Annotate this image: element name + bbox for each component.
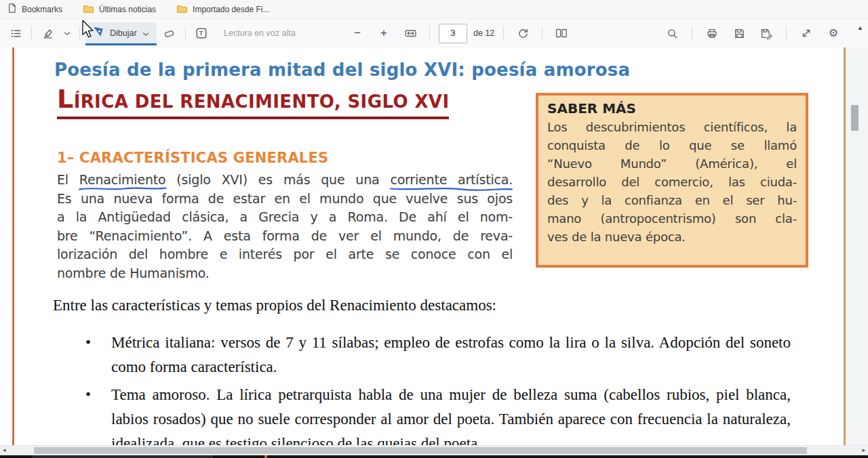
table-of-contents-icon[interactable] — [5, 23, 26, 43]
bookmark-label: Últimas noticias — [99, 5, 156, 14]
bottom-edge-segment — [32, 455, 213, 458]
horizontal-scrollbar-thumb[interactable] — [34, 447, 807, 454]
bookmark-item-ultimas-noticias[interactable]: Últimas noticias — [83, 3, 156, 16]
toolbar-separator — [692, 26, 692, 40]
document-heading: LÍRICA DEL RENACIMIENTO, SIGLO XVI — [57, 87, 449, 119]
features-intro: Entre las características y temas propio… — [53, 297, 496, 314]
list-item: • Métrica italiana: versos de 7 y 11 síl… — [81, 331, 791, 379]
bookmark-label: Bookmarks — [22, 5, 62, 14]
paragraph-line: Es una nueva forma de estar en el mundo … — [57, 190, 513, 209]
bookmark-item-bookmarks[interactable]: Bookmarks — [7, 3, 62, 16]
saber-mas-line: mano (antropocentrismo) son cla- — [547, 209, 797, 228]
chevron-down-icon[interactable] — [60, 23, 74, 43]
fit-to-width-icon[interactable] — [400, 23, 420, 43]
bullet-icon: • — [85, 331, 91, 355]
list-item: • Tema amoroso. La lírica petrarquista h… — [81, 383, 791, 446]
saber-mas-line: conquista de lo que se llamó — [547, 136, 797, 154]
page-left-edge — [12, 47, 14, 446]
page-number-input[interactable] — [439, 24, 467, 43]
intro-paragraph: El Renacimiento (siglo XVI) es más que u… — [57, 171, 513, 283]
features-bullet-list: • Métrica italiana: versos de 7 y 11 síl… — [81, 331, 791, 446]
page-right-edge — [844, 47, 846, 446]
folder-icon — [83, 3, 94, 16]
saber-mas-line: Los descubrimientos científicos, la — [547, 118, 797, 136]
paragraph-line: a la Antigüedad clásica, a Grecia y a Ro… — [57, 208, 513, 227]
scroll-up-arrow[interactable]: ▲ — [857, 24, 863, 31]
document-title: Poesía de la primera mitad del siglo XVI… — [54, 60, 630, 80]
saber-mas-line: des y la confianza en el ser hu- — [547, 191, 797, 209]
eraser-icon[interactable] — [159, 23, 180, 43]
highlighter-icon[interactable] — [37, 23, 58, 43]
saber-mas-box: SABER MÁS Los descubrimientos científico… — [536, 93, 808, 268]
search-icon[interactable] — [662, 23, 682, 43]
browser-window: Bookmarks Últimas noticias Importado des… — [0, 0, 868, 458]
rotate-icon[interactable] — [513, 23, 533, 43]
print-icon[interactable] — [702, 23, 722, 43]
chevron-down-icon — [142, 27, 149, 39]
zoom-out-icon[interactable]: − — [347, 23, 368, 43]
bottom-window-edge — [0, 455, 868, 458]
toolbar-separator — [185, 26, 186, 40]
saber-mas-title: SABER MÁS — [547, 100, 797, 117]
ink-annotation-underline: Renacimiento — [79, 172, 166, 187]
toolbar-separator — [503, 26, 504, 40]
read-aloud-button[interactable]: Lectura en voz alta — [224, 19, 296, 47]
bullet-icon: • — [85, 383, 91, 407]
toolbar-separator — [786, 26, 787, 40]
toolbar-separator — [31, 26, 32, 40]
add-text-glyph: T — [199, 30, 203, 37]
pdf-document-page: Poesía de la primera mitad del siglo XVI… — [0, 47, 868, 446]
folder-icon — [176, 3, 188, 16]
bottom-edge-accent — [264, 455, 267, 458]
paragraph-line: bre “Renacimiento”. A esta forma de ver … — [57, 227, 513, 246]
saber-mas-line: “Nuevo Mundo” (América), el — [547, 154, 797, 173]
page-icon — [7, 3, 17, 16]
draw-button-label: Dibujar — [110, 28, 137, 38]
horizontal-scrollbar[interactable]: ◂ ▸ — [0, 445, 868, 455]
save-icon[interactable] — [729, 23, 749, 43]
add-text-icon[interactable]: T — [191, 23, 212, 43]
ink-annotation-underline: corriente artística. — [390, 172, 513, 187]
expand-icon[interactable] — [796, 23, 816, 43]
paragraph-line: nombre de Humanismo. — [57, 264, 513, 283]
paragraph-line: lorización del hombre e interés por el a… — [57, 245, 513, 264]
settings-gear-icon[interactable]: ⚙ — [823, 23, 844, 43]
scroll-right-arrow[interactable]: ▸ — [862, 446, 865, 453]
page-view-icon[interactable] — [551, 23, 572, 43]
toolbar-separator — [429, 26, 430, 40]
pdf-toolbar: Dibujar T Lectura en voz alta − + — [0, 19, 868, 48]
section-heading: 1– CARACTERÍSTICAS GENERALES — [57, 150, 328, 166]
mouse-cursor — [80, 20, 96, 41]
page-count-label: de 12 — [473, 28, 494, 38]
zoom-in-icon[interactable]: + — [374, 23, 394, 43]
bookmark-item-importado[interactable]: Importado desde Fi... — [176, 3, 269, 16]
bookmark-label: Importado desde Fi... — [193, 5, 269, 14]
vertical-scrollbar-thumb[interactable] — [851, 105, 859, 131]
scroll-left-arrow[interactable]: ◂ — [3, 446, 6, 453]
paragraph-line: El Renacimiento (siglo XVI) es más que u… — [57, 171, 513, 190]
save-as-icon[interactable] — [756, 23, 776, 43]
saber-mas-line: desarrollo del comercio, las ciuda- — [547, 173, 797, 191]
saber-mas-line: ves de la nueva época. — [547, 228, 797, 246]
toolbar-separator — [542, 26, 542, 40]
bookmarks-bar: Bookmarks Últimas noticias Importado des… — [0, 0, 868, 19]
